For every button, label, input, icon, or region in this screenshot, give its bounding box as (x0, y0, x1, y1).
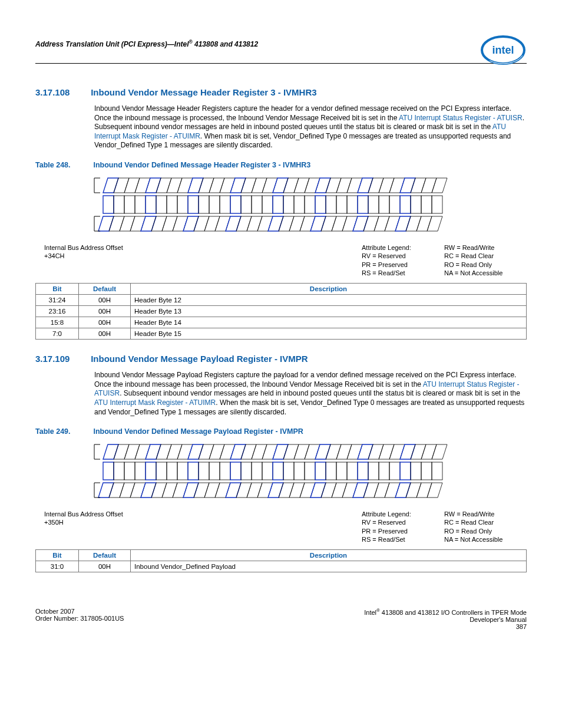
legend-item: RO = Read Only (444, 261, 492, 268)
svg-rect-143 (230, 462, 241, 480)
svg-rect-49 (252, 196, 262, 213)
legend-item: PR = Preserved (362, 528, 408, 535)
link-atuisr[interactable]: ATU Interrupt Status Register - ATUISR (399, 114, 523, 122)
svg-rect-51 (273, 196, 283, 213)
cell-default: 00H (79, 295, 131, 306)
svg-rect-134 (135, 462, 146, 480)
svg-rect-159 (400, 462, 411, 480)
legend-item: RC = Read Clear (444, 252, 494, 259)
svg-rect-162 (432, 462, 442, 480)
table-number: Table 248. (35, 161, 91, 169)
svg-rect-146 (262, 462, 273, 480)
register-table-2: Bit Default Description 31:000HInbound V… (35, 549, 527, 572)
svg-rect-44 (199, 196, 209, 213)
svg-rect-56 (326, 196, 336, 213)
cell-bit: 31:0 (36, 561, 79, 572)
svg-rect-133 (124, 462, 135, 480)
th-default: Default (79, 284, 131, 295)
svg-rect-131 (103, 462, 114, 480)
section2-paragraph: Inbound Vendor Message Payload Registers… (94, 371, 527, 417)
table-header-row: Bit Default Description (36, 550, 527, 561)
svg-marker-34 (432, 178, 447, 193)
table-number: Table 249. (35, 427, 91, 436)
page-footer: October 2007 Order Number: 317805-001US … (35, 608, 527, 630)
legend-item: RV = Reserved (362, 252, 406, 259)
svg-rect-161 (421, 462, 432, 480)
svg-rect-37 (124, 196, 135, 213)
svg-rect-52 (283, 196, 294, 213)
offset-value: +350H (44, 519, 64, 526)
svg-text:intel: intel (492, 44, 514, 56)
footer-product: Intel® 413808 and 413812 I/O Controllers… (364, 609, 527, 616)
section-number: 3.17.108 (35, 87, 88, 97)
link-atuimr[interactable]: ATU Interrupt Mask Register - ATUIMR (94, 398, 216, 407)
table-header-row: Bit Default Description (36, 284, 527, 295)
para-text: . Subsequent inbound vendor messages are… (120, 389, 520, 397)
svg-rect-145 (252, 462, 262, 480)
svg-marker-98 (427, 216, 442, 231)
svg-rect-59 (358, 196, 368, 213)
th-desc: Description (131, 550, 527, 561)
svg-rect-46 (220, 196, 230, 213)
th-default: Default (79, 550, 131, 561)
header-title: Address Translation Unit (PCI Express)—I… (35, 39, 258, 54)
svg-rect-149 (294, 462, 305, 480)
offset-label: Internal Bus Address Offset (44, 510, 123, 518)
svg-rect-64 (411, 196, 421, 213)
section-heading-1: 3.17.108 Inbound Vendor Message Header R… (35, 87, 527, 97)
svg-rect-63 (400, 196, 411, 213)
svg-rect-150 (305, 462, 315, 480)
offset-value: +34CH (44, 252, 65, 259)
table-caption-248: Table 248. Inbound Vendor Defined Messag… (35, 161, 527, 169)
cell-bit: 7:0 (36, 328, 79, 340)
legend-row-1: Internal Bus Address Offset +34CH Attrib… (44, 243, 527, 277)
svg-rect-147 (273, 462, 283, 480)
svg-rect-45 (209, 196, 220, 213)
table-caption-249: Table 249. Inbound Vendor Defined Messag… (35, 427, 527, 436)
th-desc: Description (131, 284, 527, 295)
svg-rect-55 (315, 196, 326, 213)
svg-rect-139 (188, 462, 199, 480)
svg-rect-53 (294, 196, 305, 213)
footer-page-number: 387 (516, 623, 527, 630)
legend-item: RW = Read/Write (444, 244, 494, 251)
legend-label: Attribute Legend: (362, 510, 411, 518)
svg-rect-136 (156, 462, 167, 480)
svg-marker-130 (432, 444, 447, 459)
cell-default: 00H (79, 561, 131, 572)
svg-rect-141 (209, 462, 220, 480)
cell-bit: 23:16 (36, 306, 79, 317)
table-row: 31:000HInbound Vendor_Defined Payload (36, 561, 527, 572)
svg-rect-41 (167, 196, 177, 213)
svg-rect-132 (114, 462, 124, 480)
svg-rect-160 (411, 462, 421, 480)
footer-date: October 2007 (35, 608, 75, 615)
section-title: Inbound Vendor Message Header Register 3… (91, 87, 316, 97)
svg-rect-39 (146, 196, 156, 213)
legend-item: RS = Read/Set (362, 536, 405, 543)
section1-paragraph: Inbound Vendor Message Header Registers … (94, 104, 527, 150)
footer-manual: Developer's Manual (470, 616, 527, 623)
register-table-1: Bit Default Description 31:2400HHeader B… (35, 283, 527, 340)
svg-rect-43 (188, 196, 199, 213)
svg-rect-50 (262, 196, 273, 213)
footer-right: Intel® 413808 and 413812 I/O Controllers… (364, 608, 527, 630)
table-title: Inbound Vendor Defined Message Payload R… (93, 427, 303, 436)
svg-rect-140 (199, 462, 209, 480)
legend-item: RW = Read/Write (444, 510, 494, 518)
svg-rect-156 (368, 462, 379, 480)
svg-rect-36 (114, 196, 124, 213)
svg-rect-155 (358, 462, 368, 480)
svg-rect-38 (135, 196, 146, 213)
th-bit: Bit (36, 550, 79, 561)
cell-default: 00H (79, 317, 131, 328)
cell-default: 00H (79, 328, 131, 340)
legend-item: NA = Not Accessible (444, 536, 503, 543)
legend-label: Attribute Legend: (362, 244, 411, 251)
legend-item: RV = Reserved (362, 519, 406, 526)
table-row: 23:1600HHeader Byte 13 (36, 306, 527, 317)
svg-rect-61 (379, 196, 389, 213)
footer-order-number: Order Number: 317805-001US (35, 615, 124, 622)
svg-rect-144 (241, 462, 252, 480)
page-header: Address Translation Unit (PCI Express)—I… (35, 29, 527, 64)
